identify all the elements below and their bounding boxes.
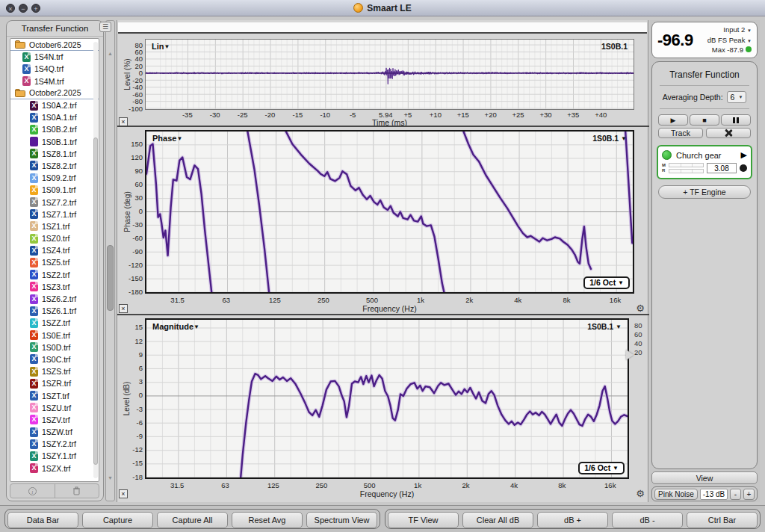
close-phase-panel-button[interactable]: ×: [119, 304, 128, 313]
phase-type-selector[interactable]: Phase▼: [152, 134, 182, 143]
x-tick-label: 125: [269, 296, 281, 304]
clear-all-db-button[interactable]: Clear All dB: [462, 512, 533, 528]
trf-file-row[interactable]: X1S09.2.trf: [10, 172, 99, 184]
trf-file-row[interactable]: X1SZ0.trf: [10, 232, 99, 244]
tools-button[interactable]: [706, 128, 751, 138]
tf-engine-church-gear[interactable]: Church gear ▶ MR 3.08: [657, 145, 752, 179]
outer-scroll-thumb[interactable]: [107, 245, 114, 311]
stop-button[interactable]: ■: [690, 114, 719, 126]
app-title: Smaart LE: [353, 3, 411, 13]
view-button[interactable]: View: [651, 471, 758, 484]
trf-file-row[interactable]: X1S09.1.trf: [10, 184, 99, 196]
trf-file-row[interactable]: X1SZS.trf: [10, 365, 99, 377]
trf-file-row[interactable]: X1S0A.1.trf: [10, 111, 99, 123]
trf-file-row[interactable]: X1S0B.2.trf: [10, 123, 99, 135]
meter-input-selector[interactable]: Input 2 ▼: [707, 25, 752, 35]
close-magnitude-panel-button[interactable]: ×: [119, 489, 128, 498]
trf-file-row[interactable]: X1S4Q.trf: [10, 63, 99, 75]
file-list-scrollbar[interactable]: [93, 42, 98, 478]
impulse-plot[interactable]: Lin▼ 1S0B.1: [145, 39, 634, 110]
folder-row[interactable]: October2.2025: [10, 87, 99, 99]
trf-file-row[interactable]: X1SZ8.2.trf: [10, 160, 99, 172]
sidebar-menu-button[interactable]: ☰: [99, 22, 111, 32]
y-tick-label: 120: [122, 153, 143, 161]
ctrl-bar-button[interactable]: Ctrl Bar: [687, 512, 758, 528]
zoom-window-icon[interactable]: +: [31, 4, 40, 13]
magnitude-plot[interactable]: Magnitude▼ 1S0B.1 ▼ 1/6 Oct ▼: [145, 318, 629, 479]
trf-file-row[interactable]: X1SZ1.trf: [10, 220, 99, 232]
close-window-icon[interactable]: ×: [6, 4, 15, 13]
level-marker-icon[interactable]: [626, 350, 634, 360]
trf-file-row[interactable]: X1SZ7.2.trf: [10, 196, 99, 208]
trf-file-list[interactable]: October6.2025X1S4N.trfX1S4Q.trfX1S4M.trf…: [10, 38, 99, 482]
file-delete-button[interactable]: [55, 484, 99, 498]
tf-view-button[interactable]: TF View: [388, 512, 459, 528]
pause-button[interactable]: [721, 114, 751, 126]
trf-file-row[interactable]: X1SZZ.trf: [10, 317, 99, 329]
play-button[interactable]: ▶: [658, 114, 688, 126]
file-list-scroll-thumb[interactable]: [93, 137, 98, 465]
file-info-button[interactable]: i: [10, 484, 55, 498]
phase-plot[interactable]: Phase▼ 1S0B.1 ▼ 1/6 Oct ▼: [145, 130, 634, 294]
meter-scale-selector[interactable]: dB FS Peak ▼: [707, 35, 752, 46]
pink-noise-button[interactable]: Pink Noise: [654, 489, 698, 500]
trf-file-row[interactable]: X1SZ4.trf: [10, 244, 99, 256]
trf-file-row[interactable]: X1SZ8.1.trf: [10, 148, 99, 160]
phase-x-axis-label: Frequency (Hz): [145, 304, 634, 313]
trf-file-row[interactable]: X1SZ2.trf: [10, 269, 99, 281]
magnitude-smoothing-selector[interactable]: 1/6 Oct ▼: [578, 462, 625, 474]
capture-button[interactable]: Capture: [82, 512, 153, 528]
track-button[interactable]: Track: [658, 128, 703, 138]
magnitude-type-selector[interactable]: Magnitude▼: [152, 322, 199, 331]
scroll-up-icon[interactable]: ▲: [106, 51, 114, 56]
trf-file-row[interactable]: X1SZ6.1.trf: [10, 305, 99, 317]
trf-file-row[interactable]: X1S0C.trf: [10, 353, 99, 365]
trf-file-row[interactable]: X1SZW.trf: [10, 426, 99, 438]
engine-delay-lock-icon[interactable]: [740, 164, 747, 172]
reset-avg-button[interactable]: Reset Avg: [232, 512, 303, 528]
level-plus-button[interactable]: +: [743, 489, 755, 500]
trf-file-row[interactable]: X1S4M.trf: [10, 75, 99, 87]
add-tf-engine-button[interactable]: + TF Engine: [658, 185, 751, 199]
level-minus-button[interactable]: -: [730, 489, 741, 500]
trf-file-row[interactable]: X1SZX.trf: [10, 463, 99, 474]
trf-file-row[interactable]: 1S0B.1.trf: [10, 136, 99, 148]
trf-file-row[interactable]: X1SZV.trf: [10, 414, 99, 426]
trf-file-row[interactable]: X1S0E.trf: [10, 330, 99, 341]
trf-file-icon: X: [30, 161, 38, 170]
capture-all-button[interactable]: Capture All: [157, 512, 228, 528]
y-tick-label: -120: [122, 261, 143, 269]
scroll-down-icon[interactable]: ▼: [106, 475, 114, 480]
x-tick-label: +30: [539, 111, 551, 119]
engine-play-icon[interactable]: ▶: [741, 150, 747, 160]
trf-file-row[interactable]: X1SZ3.trf: [10, 281, 99, 293]
magnitude-settings-button[interactable]: ⚙: [635, 489, 645, 499]
trf-file-row[interactable]: X1S4N.trf: [10, 51, 99, 63]
phase-settings-button[interactable]: ⚙: [635, 303, 645, 314]
trf-file-row[interactable]: X1S0D.trf: [10, 341, 99, 353]
trf-file-row[interactable]: X1SZY.2.trf: [10, 438, 99, 450]
db--button[interactable]: dB +: [537, 512, 608, 528]
trf-file-row[interactable]: X1SZT.trf: [10, 389, 99, 401]
sidebar-outer-scrollbar[interactable]: ▲ ▼: [105, 20, 115, 501]
trf-file-row[interactable]: X1SZR.trf: [10, 377, 99, 389]
trf-file-row[interactable]: X1SZY.1.trf: [10, 450, 99, 462]
trf-file-name: 1SZ1.trf: [42, 222, 69, 231]
trf-file-row[interactable]: X1SZ5.trf: [10, 256, 99, 268]
engine-delay-value[interactable]: 3.08: [707, 163, 737, 173]
magnitude-trace-selector[interactable]: 1S0B.1 ▼: [587, 322, 622, 331]
phase-trace-selector[interactable]: 1S0B.1 ▼: [592, 134, 627, 143]
spectrum-view-button[interactable]: Spectrum View: [306, 512, 377, 528]
folder-row[interactable]: October6.2025: [10, 39, 99, 51]
impulse-type-selector[interactable]: Lin▼: [152, 42, 170, 51]
r-meter: [669, 169, 704, 173]
minimize-window-icon[interactable]: −: [19, 4, 28, 13]
trf-file-row[interactable]: X1SZ7.1.trf: [10, 208, 99, 220]
data-bar-button[interactable]: Data Bar: [7, 512, 78, 528]
trf-file-row[interactable]: X1S0A.2.trf: [10, 99, 99, 111]
db--button[interactable]: dB -: [612, 512, 683, 528]
phase-smoothing-selector[interactable]: 1/6 Oct ▼: [583, 276, 630, 289]
trf-file-row[interactable]: X1SZ6.2.trf: [10, 293, 99, 305]
averaging-depth-selector[interactable]: 6▼: [727, 91, 747, 103]
trf-file-row[interactable]: X1SZU.trf: [10, 402, 99, 414]
